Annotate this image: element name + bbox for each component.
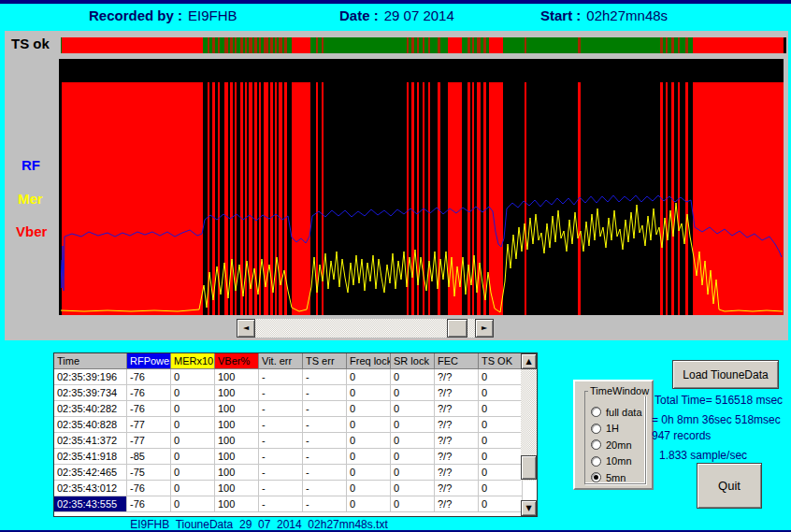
- table-cell[interactable]: 100: [215, 465, 259, 481]
- table-cell[interactable]: 0: [347, 417, 391, 433]
- table-cell[interactable]: 0: [171, 481, 215, 496]
- table-cell[interactable]: 0: [479, 465, 523, 481]
- radio-option-10mn[interactable]: 10mn: [591, 455, 632, 467]
- table-cell[interactable]: -: [259, 385, 303, 401]
- table-cell[interactable]: 100: [215, 369, 259, 385]
- table-cell[interactable]: -76: [127, 481, 171, 496]
- table-cell[interactable]: 02:35:40:282: [54, 401, 127, 417]
- table-cell[interactable]: ?/?: [435, 449, 479, 465]
- table-cell[interactable]: -77: [127, 417, 171, 433]
- table-cell[interactable]: -77: [127, 433, 171, 449]
- table-cell[interactable]: 0: [391, 481, 435, 496]
- table-cell[interactable]: 0: [391, 433, 435, 449]
- scrollbar-thumb[interactable]: [447, 319, 467, 338]
- table-cell[interactable]: 0: [171, 433, 215, 449]
- table-cell[interactable]: 0: [347, 433, 391, 449]
- radio-button-icon[interactable]: [591, 472, 601, 482]
- table-cell[interactable]: 0: [391, 369, 435, 385]
- table-cell[interactable]: 100: [215, 433, 259, 449]
- radio-option-5mn[interactable]: 5mn: [591, 471, 626, 483]
- table-cell[interactable]: 0: [347, 369, 391, 385]
- table-cell[interactable]: 02:35:41:372: [54, 433, 127, 449]
- table-cell[interactable]: 0: [391, 417, 435, 433]
- table-cell[interactable]: 02:35:43:555: [54, 496, 127, 512]
- table-cell[interactable]: 0: [347, 465, 391, 481]
- table-cell[interactable]: 0: [391, 401, 435, 417]
- table-cell[interactable]: 02:35:39:196: [54, 369, 127, 385]
- scroll-down-button[interactable]: ▼: [521, 500, 537, 516]
- chart-horizontal-scrollbar[interactable]: ◄ ►: [237, 319, 494, 338]
- table-cell[interactable]: ?/?: [435, 417, 479, 433]
- table-cell[interactable]: -: [259, 369, 303, 385]
- table-cell[interactable]: 100: [215, 449, 259, 465]
- table-cell[interactable]: 0: [347, 449, 391, 465]
- table-cell[interactable]: 0: [171, 449, 215, 465]
- table-cell[interactable]: -: [303, 385, 347, 401]
- table-cell[interactable]: 0: [479, 385, 523, 401]
- table-cell[interactable]: 0: [171, 496, 215, 512]
- table-cell[interactable]: -: [303, 465, 347, 481]
- table-cell[interactable]: 0: [171, 465, 215, 481]
- table-cell[interactable]: 0: [479, 481, 523, 496]
- table-cell[interactable]: 0: [479, 496, 523, 512]
- table-cell[interactable]: 0: [391, 449, 435, 465]
- load-tiounedata-button[interactable]: Load TiouneData: [672, 360, 779, 389]
- table-cell[interactable]: 0: [347, 385, 391, 401]
- table-cell[interactable]: 0: [479, 401, 523, 417]
- table-cell[interactable]: -: [303, 433, 347, 449]
- table-cell[interactable]: 100: [215, 417, 259, 433]
- table-cell[interactable]: -: [259, 433, 303, 449]
- table-cell[interactable]: ?/?: [435, 496, 479, 512]
- table-cell[interactable]: 0: [479, 369, 523, 385]
- table-cell[interactable]: -85: [127, 449, 171, 465]
- table-cell[interactable]: 0: [391, 465, 435, 481]
- table-cell[interactable]: 0: [347, 401, 391, 417]
- table-cell[interactable]: -: [303, 401, 347, 417]
- table-cell[interactable]: 0: [171, 369, 215, 385]
- table-cell[interactable]: -: [303, 481, 347, 496]
- table-cell[interactable]: -: [259, 496, 303, 512]
- table-cell[interactable]: -: [303, 417, 347, 433]
- table-cell[interactable]: -: [259, 417, 303, 433]
- table-cell[interactable]: 02:35:41:918: [54, 449, 127, 465]
- table-cell[interactable]: 0: [171, 385, 215, 401]
- table-cell[interactable]: -: [259, 449, 303, 465]
- table-cell[interactable]: 0: [479, 433, 523, 449]
- table-cell[interactable]: 02:35:43:012: [54, 481, 127, 496]
- table-cell[interactable]: -: [259, 481, 303, 496]
- table-cell[interactable]: -: [259, 401, 303, 417]
- table-cell[interactable]: ?/?: [435, 385, 479, 401]
- scroll-left-button[interactable]: ◄: [237, 319, 255, 338]
- grid-vertical-scrollbar[interactable]: ▲ ▼: [521, 353, 537, 516]
- table-cell[interactable]: ?/?: [435, 481, 479, 496]
- table-cell[interactable]: 0: [479, 449, 523, 465]
- table-cell[interactable]: -: [303, 449, 347, 465]
- table-cell[interactable]: -76: [127, 385, 171, 401]
- table-cell[interactable]: 100: [215, 401, 259, 417]
- table-cell[interactable]: -: [303, 496, 347, 512]
- scroll-up-button[interactable]: ▲: [521, 353, 537, 369]
- table-cell[interactable]: ?/?: [435, 401, 479, 417]
- table-cell[interactable]: ?/?: [435, 465, 479, 481]
- table-cell[interactable]: 0: [391, 385, 435, 401]
- table-cell[interactable]: 02:35:42:465: [54, 465, 127, 481]
- table-cell[interactable]: 0: [347, 481, 391, 496]
- table-cell[interactable]: 0: [171, 401, 215, 417]
- radio-button-icon[interactable]: [591, 439, 601, 450]
- table-cell[interactable]: 0: [391, 496, 435, 512]
- table-cell[interactable]: -76: [127, 401, 171, 417]
- table-cell[interactable]: 0: [347, 496, 391, 512]
- table-cell[interactable]: ?/?: [435, 433, 479, 449]
- quit-button[interactable]: Quit: [697, 463, 762, 509]
- radio-option-1h[interactable]: 1H: [591, 423, 619, 435]
- table-cell[interactable]: -76: [127, 369, 171, 385]
- table-cell[interactable]: ?/?: [435, 369, 479, 385]
- table-cell[interactable]: -: [259, 465, 303, 481]
- radio-option-20mn[interactable]: 20mn: [591, 439, 632, 451]
- table-cell[interactable]: 100: [215, 481, 259, 496]
- table-cell[interactable]: 02:35:39:734: [54, 385, 127, 401]
- table-cell[interactable]: 02:35:40:828: [54, 417, 127, 433]
- scroll-right-button[interactable]: ►: [475, 319, 494, 338]
- table-cell[interactable]: 0: [171, 417, 215, 433]
- radio-button-icon[interactable]: [591, 407, 601, 417]
